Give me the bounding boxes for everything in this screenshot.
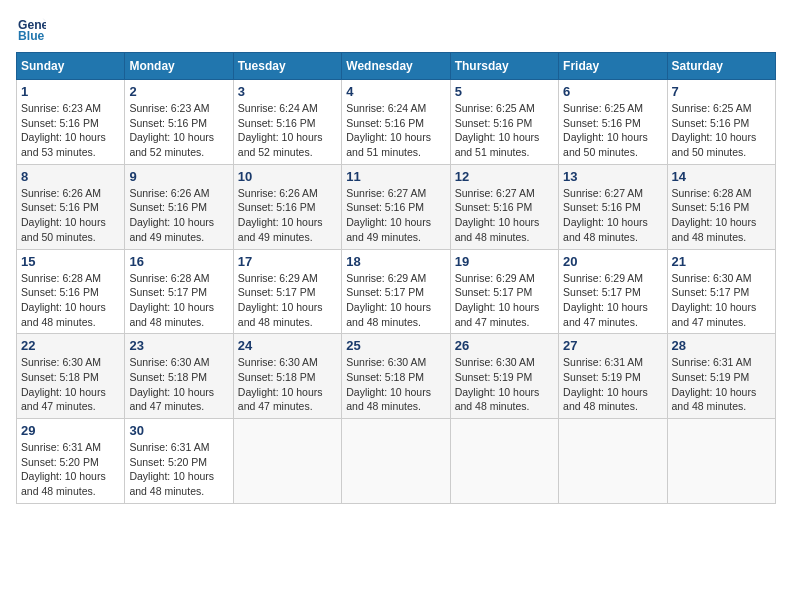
weekday-header-row: SundayMondayTuesdayWednesdayThursdayFrid… bbox=[17, 53, 776, 80]
day-info: Sunrise: 6:30 AMSunset: 5:18 PMDaylight:… bbox=[346, 355, 445, 414]
calendar-day-cell: 6Sunrise: 6:25 AMSunset: 5:16 PMDaylight… bbox=[559, 80, 667, 165]
logo-icon: General Blue bbox=[18, 16, 46, 44]
weekday-header-cell: Thursday bbox=[450, 53, 558, 80]
calendar-week-row: 29Sunrise: 6:31 AMSunset: 5:20 PMDayligh… bbox=[17, 419, 776, 504]
day-info: Sunrise: 6:26 AMSunset: 5:16 PMDaylight:… bbox=[129, 186, 228, 245]
weekday-header-cell: Tuesday bbox=[233, 53, 341, 80]
day-info: Sunrise: 6:30 AMSunset: 5:19 PMDaylight:… bbox=[455, 355, 554, 414]
day-info: Sunrise: 6:28 AMSunset: 5:16 PMDaylight:… bbox=[672, 186, 771, 245]
day-number: 8 bbox=[21, 169, 120, 184]
calendar-day-cell bbox=[667, 419, 775, 504]
calendar-day-cell: 25Sunrise: 6:30 AMSunset: 5:18 PMDayligh… bbox=[342, 334, 450, 419]
calendar-day-cell: 10Sunrise: 6:26 AMSunset: 5:16 PMDayligh… bbox=[233, 164, 341, 249]
day-number: 1 bbox=[21, 84, 120, 99]
weekday-header-cell: Friday bbox=[559, 53, 667, 80]
weekday-header-cell: Wednesday bbox=[342, 53, 450, 80]
calendar-day-cell: 19Sunrise: 6:29 AMSunset: 5:17 PMDayligh… bbox=[450, 249, 558, 334]
day-info: Sunrise: 6:29 AMSunset: 5:17 PMDaylight:… bbox=[563, 271, 662, 330]
calendar-day-cell: 11Sunrise: 6:27 AMSunset: 5:16 PMDayligh… bbox=[342, 164, 450, 249]
calendar-week-row: 15Sunrise: 6:28 AMSunset: 5:16 PMDayligh… bbox=[17, 249, 776, 334]
day-number: 22 bbox=[21, 338, 120, 353]
day-info: Sunrise: 6:31 AMSunset: 5:20 PMDaylight:… bbox=[21, 440, 120, 499]
day-info: Sunrise: 6:24 AMSunset: 5:16 PMDaylight:… bbox=[238, 101, 337, 160]
calendar-day-cell: 7Sunrise: 6:25 AMSunset: 5:16 PMDaylight… bbox=[667, 80, 775, 165]
day-number: 20 bbox=[563, 254, 662, 269]
calendar-day-cell: 16Sunrise: 6:28 AMSunset: 5:17 PMDayligh… bbox=[125, 249, 233, 334]
day-number: 27 bbox=[563, 338, 662, 353]
day-info: Sunrise: 6:30 AMSunset: 5:17 PMDaylight:… bbox=[672, 271, 771, 330]
calendar-day-cell: 27Sunrise: 6:31 AMSunset: 5:19 PMDayligh… bbox=[559, 334, 667, 419]
day-info: Sunrise: 6:25 AMSunset: 5:16 PMDaylight:… bbox=[563, 101, 662, 160]
weekday-header-cell: Sunday bbox=[17, 53, 125, 80]
day-info: Sunrise: 6:31 AMSunset: 5:20 PMDaylight:… bbox=[129, 440, 228, 499]
day-number: 4 bbox=[346, 84, 445, 99]
calendar-day-cell: 29Sunrise: 6:31 AMSunset: 5:20 PMDayligh… bbox=[17, 419, 125, 504]
calendar-day-cell: 23Sunrise: 6:30 AMSunset: 5:18 PMDayligh… bbox=[125, 334, 233, 419]
day-number: 17 bbox=[238, 254, 337, 269]
day-number: 14 bbox=[672, 169, 771, 184]
calendar-day-cell: 15Sunrise: 6:28 AMSunset: 5:16 PMDayligh… bbox=[17, 249, 125, 334]
day-info: Sunrise: 6:30 AMSunset: 5:18 PMDaylight:… bbox=[129, 355, 228, 414]
day-number: 24 bbox=[238, 338, 337, 353]
day-number: 30 bbox=[129, 423, 228, 438]
calendar-day-cell: 12Sunrise: 6:27 AMSunset: 5:16 PMDayligh… bbox=[450, 164, 558, 249]
day-info: Sunrise: 6:29 AMSunset: 5:17 PMDaylight:… bbox=[238, 271, 337, 330]
calendar-day-cell: 3Sunrise: 6:24 AMSunset: 5:16 PMDaylight… bbox=[233, 80, 341, 165]
day-number: 23 bbox=[129, 338, 228, 353]
day-info: Sunrise: 6:29 AMSunset: 5:17 PMDaylight:… bbox=[455, 271, 554, 330]
calendar-day-cell: 24Sunrise: 6:30 AMSunset: 5:18 PMDayligh… bbox=[233, 334, 341, 419]
day-info: Sunrise: 6:31 AMSunset: 5:19 PMDaylight:… bbox=[563, 355, 662, 414]
calendar-day-cell: 30Sunrise: 6:31 AMSunset: 5:20 PMDayligh… bbox=[125, 419, 233, 504]
calendar-day-cell: 2Sunrise: 6:23 AMSunset: 5:16 PMDaylight… bbox=[125, 80, 233, 165]
calendar-day-cell: 14Sunrise: 6:28 AMSunset: 5:16 PMDayligh… bbox=[667, 164, 775, 249]
day-info: Sunrise: 6:23 AMSunset: 5:16 PMDaylight:… bbox=[21, 101, 120, 160]
day-info: Sunrise: 6:27 AMSunset: 5:16 PMDaylight:… bbox=[455, 186, 554, 245]
day-number: 11 bbox=[346, 169, 445, 184]
day-info: Sunrise: 6:25 AMSunset: 5:16 PMDaylight:… bbox=[672, 101, 771, 160]
calendar-day-cell: 4Sunrise: 6:24 AMSunset: 5:16 PMDaylight… bbox=[342, 80, 450, 165]
day-info: Sunrise: 6:28 AMSunset: 5:17 PMDaylight:… bbox=[129, 271, 228, 330]
calendar-day-cell: 1Sunrise: 6:23 AMSunset: 5:16 PMDaylight… bbox=[17, 80, 125, 165]
day-info: Sunrise: 6:31 AMSunset: 5:19 PMDaylight:… bbox=[672, 355, 771, 414]
weekday-header-cell: Saturday bbox=[667, 53, 775, 80]
day-info: Sunrise: 6:30 AMSunset: 5:18 PMDaylight:… bbox=[21, 355, 120, 414]
calendar-day-cell: 28Sunrise: 6:31 AMSunset: 5:19 PMDayligh… bbox=[667, 334, 775, 419]
day-info: Sunrise: 6:27 AMSunset: 5:16 PMDaylight:… bbox=[346, 186, 445, 245]
calendar-week-row: 8Sunrise: 6:26 AMSunset: 5:16 PMDaylight… bbox=[17, 164, 776, 249]
day-number: 28 bbox=[672, 338, 771, 353]
day-number: 6 bbox=[563, 84, 662, 99]
calendar-table: SundayMondayTuesdayWednesdayThursdayFrid… bbox=[16, 52, 776, 504]
calendar-day-cell: 17Sunrise: 6:29 AMSunset: 5:17 PMDayligh… bbox=[233, 249, 341, 334]
calendar-day-cell: 21Sunrise: 6:30 AMSunset: 5:17 PMDayligh… bbox=[667, 249, 775, 334]
day-number: 16 bbox=[129, 254, 228, 269]
day-info: Sunrise: 6:24 AMSunset: 5:16 PMDaylight:… bbox=[346, 101, 445, 160]
svg-text:Blue: Blue bbox=[18, 29, 45, 43]
calendar-day-cell: 5Sunrise: 6:25 AMSunset: 5:16 PMDaylight… bbox=[450, 80, 558, 165]
day-info: Sunrise: 6:26 AMSunset: 5:16 PMDaylight:… bbox=[21, 186, 120, 245]
day-number: 26 bbox=[455, 338, 554, 353]
calendar-day-cell: 9Sunrise: 6:26 AMSunset: 5:16 PMDaylight… bbox=[125, 164, 233, 249]
calendar-body: 1Sunrise: 6:23 AMSunset: 5:16 PMDaylight… bbox=[17, 80, 776, 504]
day-number: 18 bbox=[346, 254, 445, 269]
calendar-day-cell bbox=[342, 419, 450, 504]
calendar-day-cell: 13Sunrise: 6:27 AMSunset: 5:16 PMDayligh… bbox=[559, 164, 667, 249]
day-info: Sunrise: 6:25 AMSunset: 5:16 PMDaylight:… bbox=[455, 101, 554, 160]
day-number: 7 bbox=[672, 84, 771, 99]
day-number: 5 bbox=[455, 84, 554, 99]
day-number: 2 bbox=[129, 84, 228, 99]
day-info: Sunrise: 6:26 AMSunset: 5:16 PMDaylight:… bbox=[238, 186, 337, 245]
calendar-day-cell: 26Sunrise: 6:30 AMSunset: 5:19 PMDayligh… bbox=[450, 334, 558, 419]
calendar-day-cell: 22Sunrise: 6:30 AMSunset: 5:18 PMDayligh… bbox=[17, 334, 125, 419]
calendar-day-cell: 8Sunrise: 6:26 AMSunset: 5:16 PMDaylight… bbox=[17, 164, 125, 249]
day-number: 15 bbox=[21, 254, 120, 269]
calendar-week-row: 22Sunrise: 6:30 AMSunset: 5:18 PMDayligh… bbox=[17, 334, 776, 419]
calendar-day-cell bbox=[233, 419, 341, 504]
day-number: 3 bbox=[238, 84, 337, 99]
calendar-day-cell bbox=[450, 419, 558, 504]
day-info: Sunrise: 6:23 AMSunset: 5:16 PMDaylight:… bbox=[129, 101, 228, 160]
day-info: Sunrise: 6:27 AMSunset: 5:16 PMDaylight:… bbox=[563, 186, 662, 245]
day-number: 25 bbox=[346, 338, 445, 353]
calendar-day-cell: 18Sunrise: 6:29 AMSunset: 5:17 PMDayligh… bbox=[342, 249, 450, 334]
day-number: 10 bbox=[238, 169, 337, 184]
calendar-day-cell: 20Sunrise: 6:29 AMSunset: 5:17 PMDayligh… bbox=[559, 249, 667, 334]
